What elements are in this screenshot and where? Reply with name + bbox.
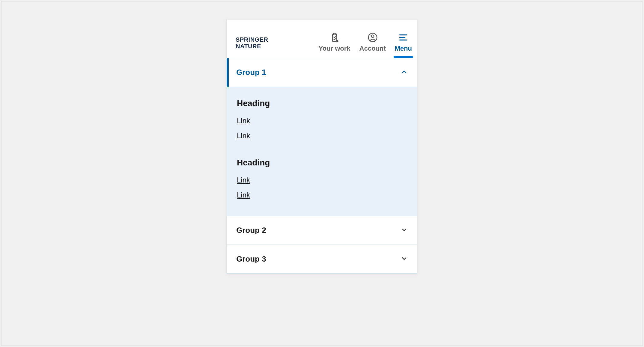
group-title: Group 1 (236, 68, 266, 77)
accordion-menu: Group 1 Heading Link Link Heading Link (227, 58, 417, 274)
nav-your-work[interactable]: Your work (319, 32, 350, 58)
menu-link[interactable]: Link (237, 132, 407, 140)
menu-link[interactable]: Link (237, 176, 407, 184)
svg-point-1 (371, 35, 374, 38)
section-heading: Heading (237, 158, 407, 168)
chevron-down-icon (401, 255, 408, 263)
header-actions: Your work Account (319, 32, 412, 58)
menu-section: Heading Link Link (237, 158, 407, 199)
accordion-toggle[interactable]: Group 3 (227, 245, 417, 273)
group-title: Group 3 (236, 254, 266, 264)
brand-logo[interactable]: Springer Nature (236, 36, 268, 58)
accordion-panel: Heading Link Link Heading Link Link (227, 87, 417, 216)
mobile-frame: Springer Nature Your work (227, 20, 417, 274)
account-icon (367, 32, 378, 43)
menu-icon (398, 32, 409, 43)
brand-line2: Nature (236, 43, 261, 49)
group-title: Group 2 (236, 226, 266, 235)
nav-label: Your work (319, 45, 350, 52)
brand-line1: Springer (236, 36, 268, 43)
accordion-toggle[interactable]: Group 2 (227, 216, 417, 245)
accordion-group-1: Group 1 Heading Link Link Heading Link (227, 58, 417, 216)
chevron-up-icon (401, 68, 408, 77)
section-heading: Heading (237, 99, 407, 108)
accordion-group-2: Group 2 (227, 216, 417, 245)
accordion-toggle[interactable]: Group 1 (227, 58, 417, 87)
clipboard-icon (329, 32, 340, 43)
menu-link[interactable]: Link (237, 117, 407, 125)
accordion-group-3: Group 3 (227, 245, 417, 274)
app-header: Springer Nature Your work (227, 20, 417, 58)
chevron-down-icon (401, 226, 408, 235)
nav-label: Account (359, 45, 386, 52)
nav-menu[interactable]: Menu (395, 32, 412, 58)
menu-link[interactable]: Link (237, 191, 407, 199)
menu-section: Heading Link Link (237, 99, 407, 140)
nav-account[interactable]: Account (359, 32, 386, 58)
nav-label: Menu (395, 45, 412, 52)
